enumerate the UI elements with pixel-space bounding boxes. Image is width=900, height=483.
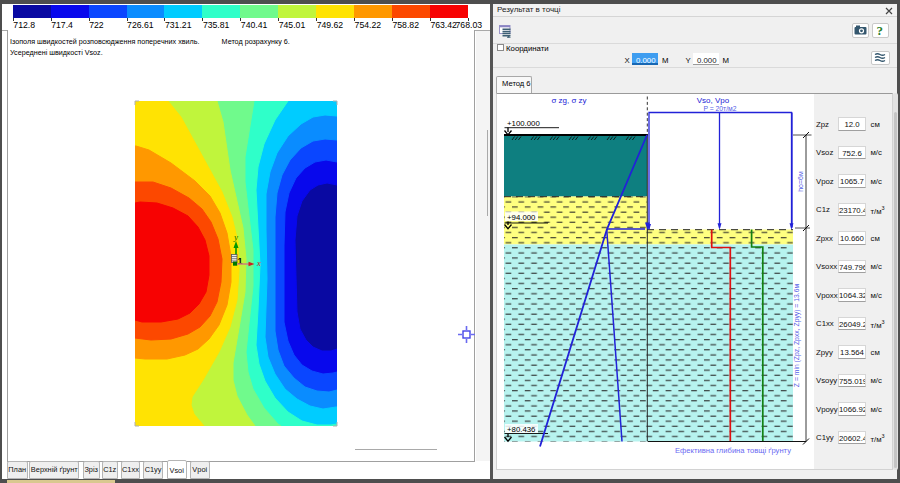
svg-text:Z = min (Zpz, Zpxx, Zpyy) = 13: Z = min (Zpz, Zpxx, Zpyy) = 13.6м: [793, 283, 801, 387]
svg-text:Vso, Vpo: Vso, Vpo: [697, 95, 730, 104]
svg-text:y: y: [233, 232, 238, 242]
svg-text:+80.436: +80.436: [507, 425, 535, 434]
svg-text:ho=6м: ho=6м: [797, 171, 804, 192]
svg-text:+94.000: +94.000: [507, 212, 536, 221]
svg-text:x: x: [256, 258, 261, 268]
svg-text:+100.000: +100.000: [507, 119, 540, 128]
svg-text:P = 20т/м2: P = 20т/м2: [703, 104, 736, 111]
svg-text:σ zg, σ zy: σ zg, σ zy: [551, 95, 586, 104]
svg-text:Ефективна глибина товщі ґрунту: Ефективна глибина товщі ґрунту: [675, 445, 791, 454]
